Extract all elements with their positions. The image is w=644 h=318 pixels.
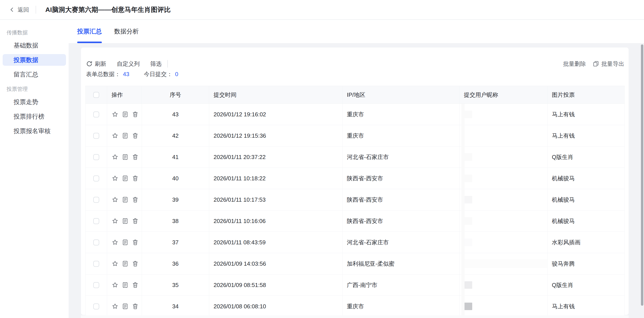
sidebar-item-message-summary[interactable]: 留言汇总 <box>3 68 66 80</box>
star-icon[interactable] <box>112 218 118 224</box>
content-area: 刷新 自定义列 筛选 批量删除 <box>68 43 644 318</box>
detail-icon[interactable] <box>122 260 129 267</box>
redacted-nickname <box>464 281 472 289</box>
cell-ip-region: 重庆市 <box>342 125 460 146</box>
row-checkbox[interactable] <box>93 112 99 118</box>
cell-image-vote: 机械骏马 <box>548 189 624 210</box>
table-row: 34 2026/01/08 06:08:10 重庆市 马上有钱 <box>86 296 624 317</box>
row-actions <box>107 125 142 146</box>
row-checkbox[interactable] <box>93 304 99 310</box>
redacted-nickname <box>464 302 472 310</box>
row-checkbox[interactable] <box>93 197 99 203</box>
trash-icon[interactable] <box>132 218 139 224</box>
vertical-scrollbar[interactable] <box>641 44 643 306</box>
select-all-checkbox[interactable] <box>93 92 99 98</box>
back-button[interactable]: 返回 <box>9 6 29 14</box>
trash-icon[interactable] <box>132 260 139 267</box>
detail-icon[interactable] <box>122 196 129 203</box>
star-icon[interactable] <box>112 282 118 288</box>
header-submit-time: 提交时间 <box>209 86 342 104</box>
star-icon[interactable] <box>112 239 118 246</box>
detail-icon[interactable] <box>122 282 129 288</box>
detail-icon[interactable] <box>122 303 129 310</box>
detail-icon[interactable] <box>122 132 129 139</box>
copy-pages-icon <box>592 60 599 67</box>
star-icon[interactable] <box>112 132 118 139</box>
sidebar-item-basic-data[interactable]: 基础数据 <box>3 40 66 51</box>
trash-icon[interactable] <box>132 196 139 203</box>
stats-bar: 表单总数据： 43 今日提交： 0 <box>86 70 178 78</box>
cell-ip-region: 河北省-石家庄市 <box>342 232 460 253</box>
refresh-button[interactable]: 刷新 <box>86 60 106 68</box>
row-checkbox-cell <box>86 253 107 274</box>
star-icon[interactable] <box>112 260 118 267</box>
row-checkbox[interactable] <box>93 282 99 288</box>
detail-icon[interactable] <box>122 175 129 182</box>
tab-vote-summary[interactable]: 投票汇总 <box>77 20 102 43</box>
redacted-nickname <box>464 174 472 182</box>
row-checkbox[interactable] <box>93 176 99 182</box>
sidebar: 传播数据 基础数据 投票数据 留言汇总 投票管理 投票走势 投票排行榜 投票报名… <box>0 20 68 318</box>
row-checkbox-cell <box>86 232 107 253</box>
row-checkbox[interactable] <box>93 240 99 246</box>
page-title: AI脑洞大赛第六期——创意马年生肖图评比 <box>45 5 171 14</box>
trash-icon[interactable] <box>132 282 139 288</box>
cell-nickname <box>460 125 548 146</box>
header-seq: 序号 <box>142 86 209 104</box>
cell-seq: 37 <box>142 232 209 253</box>
row-checkbox[interactable] <box>93 133 99 139</box>
today-value: 0 <box>175 71 178 78</box>
star-icon[interactable] <box>112 303 118 310</box>
cell-image-vote: Q版生肖 <box>548 146 624 168</box>
sidebar-group: 传播数据 基础数据 投票数据 留言汇总 <box>0 29 68 80</box>
data-card: 刷新 自定义列 筛选 批量删除 <box>81 48 628 315</box>
table-row: 36 2026/01/09 14:03:56 加利福尼亚-柔似蜜 骏马奔腾 <box>86 253 624 274</box>
cell-ip-region: 广西-南宁市 <box>342 274 460 296</box>
sidebar-item-vote-data[interactable]: 投票数据 <box>3 54 66 66</box>
star-icon[interactable] <box>112 196 118 203</box>
today-label: 今日提交： <box>144 70 172 78</box>
detail-icon[interactable] <box>122 111 129 118</box>
row-checkbox-cell <box>86 146 107 168</box>
row-checkbox[interactable] <box>93 218 99 224</box>
row-checkbox-cell <box>86 104 107 125</box>
detail-icon[interactable] <box>122 218 129 224</box>
chevron-left-icon <box>9 7 15 12</box>
trash-icon[interactable] <box>132 111 139 118</box>
trash-icon[interactable] <box>132 175 139 182</box>
cell-seq: 38 <box>142 210 209 232</box>
sidebar-item-vote-registration-review[interactable]: 投票报名审核 <box>3 125 66 137</box>
batch-export-button[interactable]: 批量导出 <box>592 60 624 68</box>
sidebar-item-vote-ranking[interactable]: 投票排行榜 <box>3 110 66 122</box>
custom-columns-button[interactable]: 自定义列 <box>117 60 140 68</box>
cell-nickname <box>460 296 548 317</box>
trash-icon[interactable] <box>132 303 139 310</box>
cell-image-vote: 马上有钱 <box>548 104 624 125</box>
filter-button[interactable]: 筛选 <box>150 60 162 68</box>
cell-submit-time: 2026/01/11 10:17:53 <box>209 189 342 210</box>
detail-icon[interactable] <box>122 239 129 246</box>
submissions-table: 操作 序号 提交时间 IP/地区 提交用户昵称 图片投票 <box>85 86 625 317</box>
row-actions <box>107 168 142 189</box>
horizontal-scrollbar-track <box>81 315 628 318</box>
star-icon[interactable] <box>112 154 118 160</box>
row-actions <box>107 274 142 296</box>
table-row: 38 2026/01/11 10:16:06 陕西省-西安市 机械骏马 <box>86 210 624 232</box>
sidebar-item-vote-trend[interactable]: 投票走势 <box>3 96 66 108</box>
detail-icon[interactable] <box>122 154 129 160</box>
batch-delete-button[interactable]: 批量删除 <box>563 60 586 68</box>
cell-submit-time: 2026/01/11 10:16:06 <box>209 210 342 232</box>
cell-image-vote: 水彩风插画 <box>548 232 624 253</box>
trash-icon[interactable] <box>132 239 139 246</box>
star-icon[interactable] <box>112 175 118 182</box>
cell-seq: 42 <box>142 125 209 146</box>
table-row: 40 2026/01/11 10:18:22 陕西省-西安市 机械骏马 <box>86 168 624 189</box>
total-value: 43 <box>123 71 129 78</box>
trash-icon[interactable] <box>132 154 139 160</box>
row-checkbox[interactable] <box>93 154 99 160</box>
star-icon[interactable] <box>112 111 118 118</box>
tab-data-analysis[interactable]: 数据分析 <box>114 20 139 43</box>
sidebar-group-label: 投票管理 <box>6 86 68 92</box>
row-checkbox[interactable] <box>93 261 99 267</box>
trash-icon[interactable] <box>132 132 139 139</box>
